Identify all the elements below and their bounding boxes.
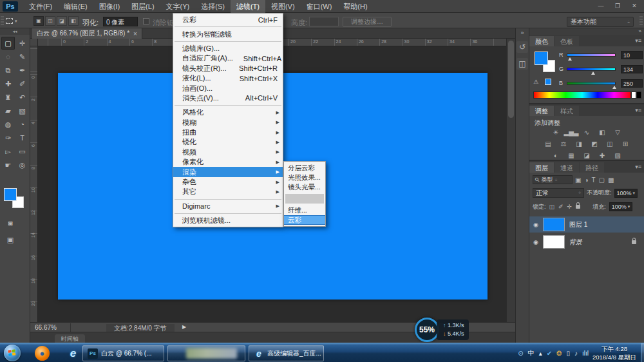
tray-icon[interactable]: ılıl	[582, 350, 589, 357]
green-slider[interactable]	[567, 68, 616, 71]
layer-thumbnail[interactable]	[543, 235, 565, 249]
submenu-item[interactable]: 光照效果...	[284, 173, 325, 182]
menubar-item[interactable]: 视图(V)	[265, 0, 301, 13]
green-value-input[interactable]: 134	[621, 65, 643, 73]
panel-tab[interactable]: 通道	[554, 162, 579, 173]
taskbar-button[interactable]	[167, 345, 245, 361]
firefox-icon[interactable]: ●	[35, 346, 50, 361]
gamut-warning-icon[interactable]: ⚠	[533, 79, 538, 85]
filter-type-layers-icon[interactable]: T	[592, 176, 596, 184]
height-input[interactable]	[309, 17, 339, 26]
lock-all-icon[interactable]	[576, 205, 580, 209]
filter-menu-item[interactable]: 其它 ▶	[173, 187, 283, 196]
filter-menu-item[interactable]: 像素化 ▶	[173, 157, 283, 167]
taskbar-button[interactable]: Ps 白云 @ 66.7% (...	[82, 345, 164, 361]
scrollbar-thumb[interactable]	[508, 41, 514, 118]
panel-tab[interactable]: 色板	[554, 36, 579, 46]
intersect-selection-button[interactable]: ◧	[68, 16, 79, 26]
panel-tab[interactable]: 样式	[554, 106, 579, 116]
workspace-switcher[interactable]: 基本功能 ÷	[567, 17, 634, 27]
filter-menu-item[interactable]: 消失点(V)... Alt+Ctrl+V ▶	[173, 93, 283, 103]
filter-shape-layers-icon[interactable]: ▢	[599, 176, 605, 184]
slider-thumb[interactable]	[568, 57, 572, 61]
properties-panel-icon[interactable]: ◫	[516, 58, 528, 70]
filter-menu-item[interactable]: 液化(L)... Shift+Ctrl+X ▶	[173, 73, 283, 83]
status-options-arrow[interactable]: ▶	[182, 324, 186, 330]
add-selection-button[interactable]: ◫	[45, 16, 55, 26]
lock-transparent-pixels-icon[interactable]: ◫	[549, 204, 555, 210]
tool-button[interactable]: ✐	[15, 77, 29, 90]
show-desktop-button[interactable]	[641, 343, 644, 362]
filter-menu-item[interactable]: ▶	[175, 105, 281, 106]
panel-tab[interactable]: 路径	[580, 162, 604, 173]
collapse-panels-icon[interactable]: »	[529, 28, 644, 35]
filter-menu-item[interactable]: ▶	[175, 199, 281, 200]
foreground-color-swatch[interactable]	[535, 52, 548, 65]
menubar-item[interactable]: 文件(F)	[23, 0, 58, 13]
tool-button[interactable]: ♜	[1, 91, 15, 104]
submenu-item[interactable]: 镜头光晕...	[284, 182, 325, 192]
fill-input[interactable]: 100% ▾	[609, 202, 633, 211]
adjustment-icon[interactable]: ◐	[551, 151, 562, 160]
menubar-item[interactable]: 选择(S)	[195, 0, 231, 13]
filter-menu-item[interactable]: 锐化 ▶	[173, 137, 283, 147]
document-tab[interactable]: 白云 @ 66.7% (图层 1, RGB/8) * ×	[32, 28, 142, 39]
tool-button[interactable]: ↶	[15, 91, 29, 104]
panel-menu-icon[interactable]: ▾≡	[635, 107, 641, 113]
panel-tab[interactable]: 颜色	[529, 36, 554, 46]
start-button[interactable]	[4, 345, 21, 361]
tool-button[interactable]: ◔	[15, 118, 29, 131]
filter-menu-item[interactable]: Digimarc ▶	[173, 202, 283, 211]
lock-position-icon[interactable]: ✛	[567, 204, 573, 210]
filter-menu-item[interactable]: ▶	[175, 26, 281, 27]
adjustment-icon[interactable]: ◫	[605, 139, 616, 148]
filter-menu-item[interactable]: 云彩 Ctrl+F ▶	[173, 15, 283, 24]
submenu-item[interactable]: 纤维...	[284, 205, 325, 215]
web-color-icon[interactable]	[545, 79, 551, 85]
vertical-scrollbar[interactable]	[506, 39, 515, 322]
memory-percent-gauge[interactable]: 55%	[415, 318, 439, 342]
tool-button[interactable]: ✎	[15, 50, 29, 63]
adjustment-icon[interactable]: ⊞	[620, 139, 631, 148]
foreground-color-swatch[interactable]	[4, 188, 17, 201]
filter-menu-item[interactable]: 模糊 ▶	[173, 118, 283, 128]
adjustment-icon[interactable]: ▤	[543, 139, 554, 148]
new-selection-button[interactable]: ▣	[33, 16, 44, 26]
panel-tab[interactable]: 图层	[529, 162, 554, 173]
menubar-item[interactable]: 编辑(E)	[58, 0, 93, 13]
tool-button[interactable]: ◍	[1, 118, 15, 131]
refine-edge-button[interactable]: 调整边缘…	[343, 17, 392, 27]
tool-button[interactable]: ▭	[15, 145, 29, 158]
adjustment-icon[interactable]: ∿	[582, 128, 592, 137]
panel-menu-icon[interactable]: ▾≡	[635, 164, 641, 170]
filter-menu-item[interactable]: 油画(O)... ▶	[173, 83, 283, 93]
slider-thumb[interactable]	[612, 86, 616, 89]
slider-thumb[interactable]	[591, 71, 595, 75]
filter-menu-item[interactable]: ▶	[175, 41, 281, 42]
adjustment-icon[interactable]: ◨	[574, 139, 585, 148]
timeline-tab[interactable]: 时间轴	[55, 334, 85, 343]
tool-button[interactable]: T	[15, 131, 29, 144]
lock-image-pixels-icon[interactable]: ✐	[558, 204, 564, 210]
taskbar-button[interactable]: e 高级编辑器_百度...	[249, 345, 324, 361]
expand-panels-icon[interactable]: »	[516, 28, 529, 36]
antialias-checkbox[interactable]	[143, 18, 149, 24]
zoom-level-input[interactable]: 66.67%	[35, 324, 57, 331]
panel-menu-icon[interactable]: ▾≡	[635, 37, 641, 44]
menubar-item[interactable]: 图层(L)	[126, 0, 160, 13]
adjustment-icon[interactable]: ◪	[582, 151, 592, 160]
tab-close-icon[interactable]: ×	[133, 30, 137, 37]
adjustment-icon[interactable]: ▦	[566, 151, 577, 160]
tool-button[interactable]: ▻	[1, 145, 15, 158]
tool-button[interactable]: ▧	[15, 104, 29, 117]
feather-input[interactable]: 0 像素	[103, 17, 138, 26]
history-panel-icon[interactable]: ↺	[516, 41, 528, 53]
color-spectrum-ramp[interactable]	[533, 91, 631, 99]
red-value-input[interactable]: 10	[621, 51, 643, 59]
filter-smart-objects-icon[interactable]: ▩	[608, 176, 614, 184]
blue-slider[interactable]	[567, 82, 616, 85]
white-swatch[interactable]	[631, 91, 636, 99]
submenu-item[interactable]: 分层云彩	[284, 163, 325, 173]
red-slider[interactable]	[567, 53, 616, 57]
tool-button[interactable]: ✛	[15, 37, 29, 50]
